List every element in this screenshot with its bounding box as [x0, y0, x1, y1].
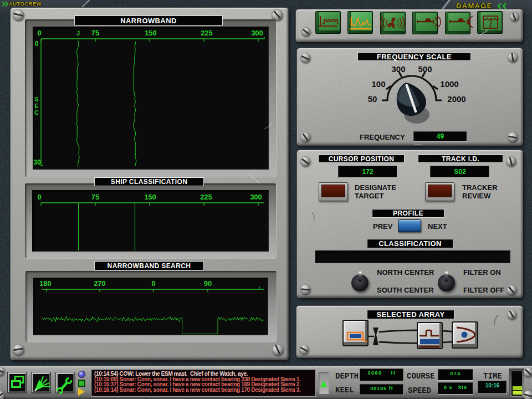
svg-text:300: 300: [391, 64, 405, 74]
svg-text:0: 0: [35, 40, 39, 48]
svg-text:100: 100: [371, 79, 385, 89]
svg-text:150: 150: [144, 193, 156, 201]
svg-text:50: 50: [368, 94, 377, 104]
svg-text:90: 90: [204, 279, 212, 288]
svg-text:1000: 1000: [440, 79, 458, 89]
svg-text:225: 225: [200, 193, 212, 201]
svg-text:0: 0: [37, 193, 41, 201]
svg-text:300: 300: [250, 193, 262, 201]
svg-text:270: 270: [94, 279, 106, 288]
svg-text:C: C: [34, 109, 39, 116]
svg-text:225: 225: [201, 29, 213, 37]
svg-text:300: 300: [251, 29, 263, 37]
svg-text:30: 30: [33, 158, 41, 166]
svg-text:75: 75: [91, 29, 99, 37]
svg-text:180: 180: [39, 279, 52, 288]
svg-text:E: E: [34, 103, 38, 109]
svg-text:0: 0: [151, 279, 155, 288]
svg-text:2000: 2000: [447, 94, 466, 104]
svg-text:J: J: [76, 30, 80, 37]
svg-text:75: 75: [91, 193, 99, 201]
svg-text:0: 0: [37, 29, 41, 37]
svg-text:S: S: [34, 96, 38, 103]
svg-text:150: 150: [145, 29, 157, 37]
svg-text:500: 500: [418, 64, 432, 74]
